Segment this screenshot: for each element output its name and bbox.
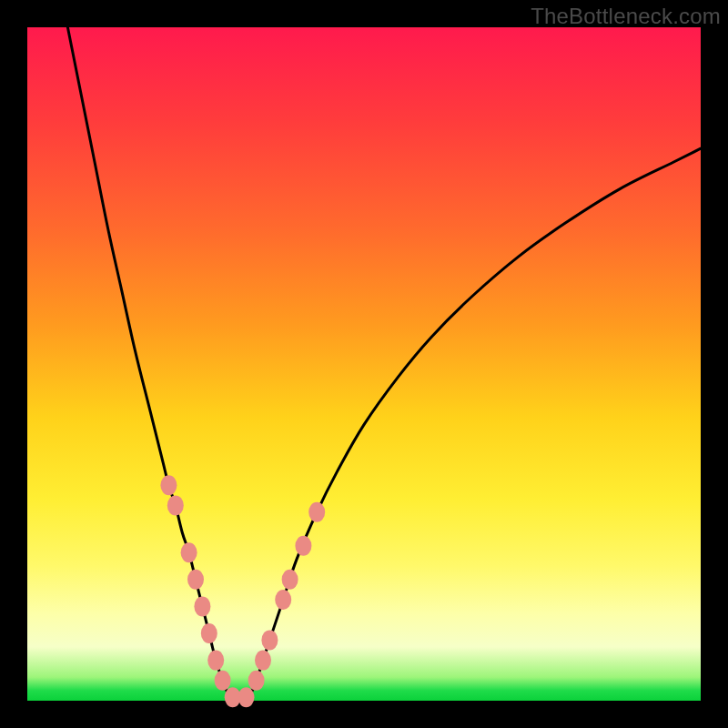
- outer-frame: TheBottleneck.com: [0, 0, 728, 728]
- marker-point: [207, 651, 224, 671]
- series-group: [67, 27, 701, 699]
- series-right-branch: [249, 148, 701, 697]
- plot-area: [27, 27, 701, 701]
- marker-point: [248, 671, 265, 691]
- chart-svg: [27, 27, 701, 701]
- marker-point: [167, 495, 184, 515]
- marker-point: [275, 590, 291, 610]
- marker-point: [295, 536, 311, 556]
- marker-point: [160, 475, 177, 495]
- marker-point: [238, 687, 255, 707]
- marker-point: [308, 502, 325, 522]
- marker-point: [194, 596, 210, 616]
- marker-point: [215, 671, 231, 691]
- markers-group: [160, 475, 325, 707]
- marker-point: [181, 542, 197, 562]
- marker-point: [201, 623, 217, 643]
- marker-point: [187, 570, 204, 590]
- marker-point: [282, 570, 298, 590]
- series-left-branch: [67, 27, 229, 697]
- watermark-text: TheBottleneck.com: [531, 4, 721, 29]
- marker-point: [261, 630, 278, 650]
- marker-point: [255, 651, 271, 671]
